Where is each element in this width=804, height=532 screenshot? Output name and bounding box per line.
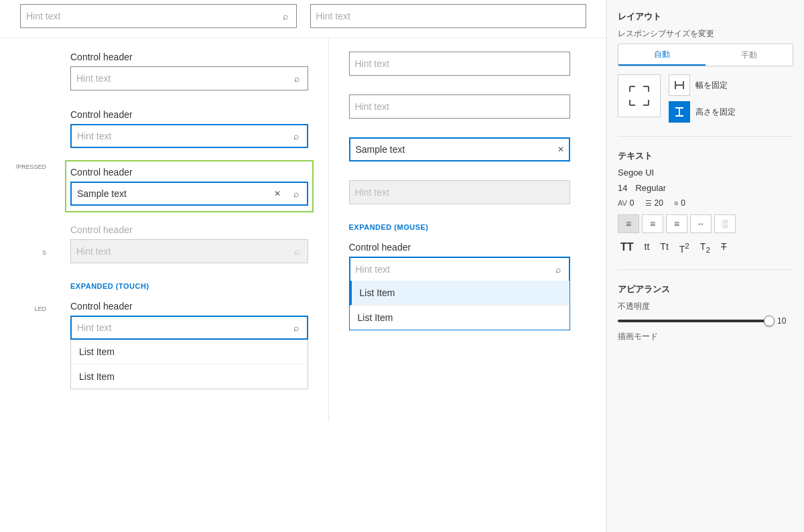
right-search-input-active[interactable] bbox=[350, 144, 553, 155]
expanded-mouse-search-input[interactable] bbox=[350, 264, 547, 275]
font-weight-display: Regular bbox=[635, 183, 666, 193]
opacity-label: 不透明度 bbox=[618, 301, 793, 312]
fix-width-label: 幅を固定 bbox=[695, 80, 728, 91]
fix-height-label: 高さを固定 bbox=[695, 107, 736, 118]
resize-all-icon bbox=[626, 82, 653, 109]
align-center-button[interactable]: ≡ bbox=[642, 214, 663, 233]
search-wrapper-disabled: ⌕ bbox=[70, 239, 308, 263]
top-right-search-wrapper[interactable] bbox=[310, 4, 587, 28]
search-wrapper-focused[interactable]: ⌕ bbox=[70, 124, 308, 148]
right-clear-icon[interactable]: ✕ bbox=[553, 139, 569, 160]
expanded-touch-section: EXPANDED (TOUCH) Control header ⌕ List I… bbox=[70, 282, 308, 389]
opacity-row: 10 bbox=[618, 316, 793, 326]
control-header-4: Control header bbox=[70, 224, 308, 235]
fix-height-option[interactable]: 高さを固定 bbox=[669, 101, 736, 123]
search-input-disabled bbox=[71, 246, 286, 257]
fix-width-option[interactable]: 幅を固定 bbox=[669, 74, 736, 96]
style-strikethrough-button[interactable]: T bbox=[718, 240, 730, 256]
control-group-disabled: Control header ⌕ bbox=[70, 224, 308, 263]
fix-height-icon bbox=[669, 101, 690, 123]
control-group-default: Control header ⌕ bbox=[70, 52, 308, 90]
top-left-search-input[interactable] bbox=[21, 11, 275, 21]
responsive-size-toggle[interactable]: 自動 手動 bbox=[618, 44, 793, 66]
right-search-input-default[interactable] bbox=[350, 58, 570, 69]
resize-options-row: 幅を固定 高さを固定 bbox=[618, 74, 793, 123]
manual-size-button[interactable]: 手動 bbox=[706, 44, 793, 66]
align-left-button[interactable]: ≡ bbox=[618, 214, 639, 233]
align-right-button[interactable]: ≡ bbox=[666, 214, 687, 233]
touch-list-item-2[interactable]: List Item bbox=[71, 364, 308, 389]
style-superscript-button[interactable]: T2 bbox=[677, 240, 692, 256]
expanded-touch-search-icon[interactable]: ⌕ bbox=[285, 317, 307, 338]
right-control-group-active: ✕ bbox=[349, 137, 587, 161]
expanded-touch-label: EXPANDED (TOUCH) bbox=[70, 282, 308, 290]
side-label-led: LED bbox=[34, 297, 46, 321]
indent-metric: ≡ 0 bbox=[674, 198, 685, 208]
search-wrapper-active[interactable]: ✕ ⌕ bbox=[70, 182, 308, 206]
font-name-row: Segoe UI bbox=[618, 168, 793, 178]
control-header-2: Control header bbox=[70, 109, 308, 120]
search-icon-focused[interactable]: ⌕ bbox=[285, 125, 307, 147]
search-icon-default[interactable]: ⌕ bbox=[286, 67, 308, 90]
resize-options-container: 幅を固定 高さを固定 bbox=[618, 74, 793, 123]
expanded-mouse-search-wrapper[interactable]: ⌕ bbox=[349, 257, 570, 281]
right-column: ✕ EXPANDED (MOUSE) Control header ⌕ List… bbox=[329, 38, 607, 421]
tracking-metric: AV 0 bbox=[618, 198, 634, 208]
side-label-s: S bbox=[42, 241, 46, 265]
opacity-slider[interactable] bbox=[618, 320, 772, 322]
font-size-display: 14 bbox=[618, 183, 627, 193]
alignment-row: ≡ ≡ ≡ ↔ ░ bbox=[618, 214, 793, 233]
touch-list-item-1[interactable]: List Item bbox=[71, 340, 308, 364]
expanded-touch-search-input[interactable] bbox=[72, 322, 285, 333]
layout-section: レイアウト レスポンシブサイズを変更 自動 手動 bbox=[618, 11, 793, 123]
top-left-input-group: ⌕ bbox=[20, 4, 297, 28]
left-column: Control header ⌕ Control header ⌕ Contro… bbox=[50, 38, 329, 421]
style-subscript-button[interactable]: T2 bbox=[697, 240, 713, 256]
layout-title: レイアウト bbox=[618, 11, 793, 23]
control-header-3: Control header bbox=[70, 167, 308, 178]
right-search-wrapper-active[interactable]: ✕ bbox=[349, 137, 570, 161]
clear-icon-active[interactable]: ✕ bbox=[269, 183, 285, 204]
font-name-display: Segoe UI bbox=[618, 168, 654, 178]
mouse-list-item-1[interactable]: List Item bbox=[350, 281, 570, 306]
style-titlecase-button[interactable]: Tt bbox=[657, 240, 671, 256]
search-input-focused[interactable] bbox=[72, 131, 285, 141]
top-left-search-wrapper[interactable]: ⌕ bbox=[20, 4, 297, 28]
text-section: テキスト Segoe UI 14 Regular AV 0 ☰ 20 ≡ 0 ≡ bbox=[618, 150, 793, 256]
top-right-input-group bbox=[310, 4, 587, 28]
right-search-input-2[interactable] bbox=[350, 101, 570, 112]
search-icon-active[interactable]: ⌕ bbox=[285, 183, 307, 204]
align-stretch-h-button[interactable]: ↔ bbox=[690, 214, 712, 233]
responsive-label: レスポンシブサイズを変更 bbox=[618, 28, 793, 40]
top-inputs-row: ⌕ bbox=[0, 0, 606, 38]
search-input-active[interactable] bbox=[72, 188, 269, 199]
fix-options-col: 幅を固定 高さを固定 bbox=[669, 74, 736, 123]
leading-metric: ☰ 20 bbox=[645, 198, 663, 208]
search-input-default[interactable] bbox=[71, 73, 286, 84]
align-stretch-v-button[interactable]: ░ bbox=[714, 214, 736, 233]
expanded-mouse-label: EXPANDED (MOUSE) bbox=[349, 223, 587, 231]
top-left-search-icon[interactable]: ⌕ bbox=[275, 5, 296, 27]
expanded-mouse-dropdown: List Item List Item bbox=[349, 281, 570, 330]
font-size-weight-row: 14 Regular bbox=[618, 183, 793, 193]
panel-divider-2 bbox=[618, 269, 793, 270]
right-search-wrapper-disabled bbox=[349, 180, 570, 204]
search-wrapper-default[interactable]: ⌕ bbox=[70, 66, 308, 90]
right-search-wrapper-2[interactable] bbox=[349, 94, 570, 119]
text-title: テキスト bbox=[618, 150, 793, 162]
side-label-pressed: /PRESSED bbox=[15, 155, 46, 179]
indent-icon: ≡ bbox=[674, 199, 678, 207]
right-search-wrapper-default[interactable] bbox=[349, 52, 570, 76]
style-buttons-row: TT tt Tt T2 T2 T bbox=[618, 240, 793, 256]
style-lowercase-button[interactable]: tt bbox=[642, 240, 653, 256]
top-right-search-input[interactable] bbox=[311, 11, 586, 21]
expanded-touch-search-wrapper[interactable]: ⌕ bbox=[70, 316, 308, 340]
style-tt-button[interactable]: TT bbox=[618, 240, 636, 256]
mouse-list-item-2[interactable]: List Item bbox=[350, 306, 570, 330]
right-search-input-disabled bbox=[350, 187, 570, 198]
resize-all-icon-box[interactable] bbox=[618, 74, 661, 117]
opacity-thumb[interactable] bbox=[764, 316, 775, 326]
expanded-mouse-search-icon[interactable]: ⌕ bbox=[547, 258, 569, 281]
auto-size-button[interactable]: 自動 bbox=[618, 44, 706, 66]
right-control-group-2 bbox=[349, 94, 587, 119]
